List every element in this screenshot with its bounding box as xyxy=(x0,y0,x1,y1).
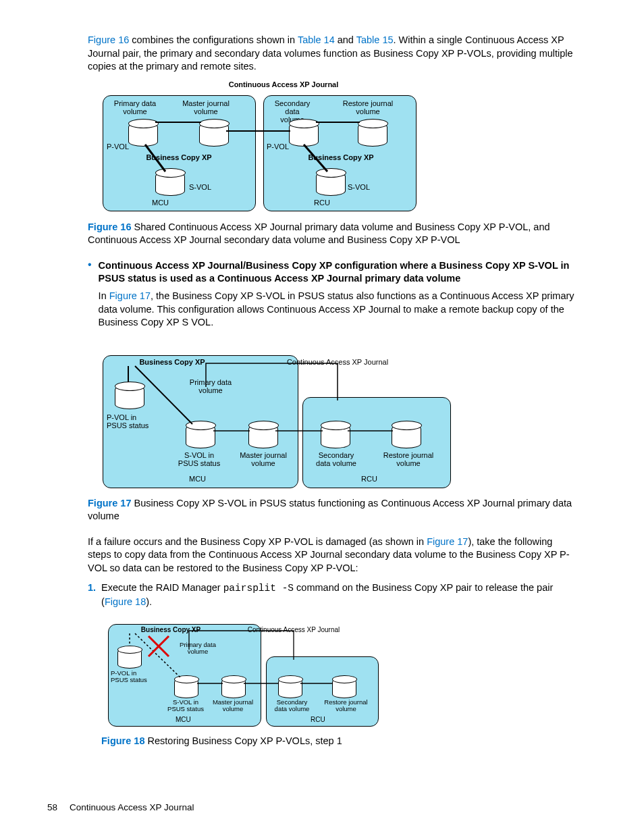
figure-16-diagram: Continuous Access XP Journal Primary dat… xyxy=(88,80,576,215)
link-table-14[interactable]: Table 14 xyxy=(298,34,335,45)
step-1-number: 1. xyxy=(88,581,96,608)
text: In xyxy=(99,290,109,301)
figure-17-text: Business Copy XP S-VOL in PSUS status fu… xyxy=(88,498,572,522)
figure-18-diagram: Business Copy XP Continuous Access XP Jo… xyxy=(88,616,576,729)
figure-17-label: Figure 17 xyxy=(88,498,131,509)
text: , the Business Copy XP S-VOL in PSUS sta… xyxy=(99,290,574,328)
command-pairsplit: pairsplit -S xyxy=(223,583,294,594)
text: combines the configurations shown in xyxy=(129,34,298,45)
figure-17-caption: Figure 17 Business Copy XP S-VOL in PSUS… xyxy=(88,497,576,523)
intro-paragraph: Figure 16 combines the configurations sh… xyxy=(88,34,576,74)
diag3-lines xyxy=(101,616,385,729)
svg-line-10 xyxy=(135,633,181,678)
link-figure-16[interactable]: Figure 16 xyxy=(88,34,129,45)
figure-18-caption: Figure 18 Restoring Business Copy XP P-V… xyxy=(88,735,576,748)
svg-line-4 xyxy=(304,145,327,172)
text: If a failure occurs and the Business Cop… xyxy=(88,536,427,547)
link-figure-18[interactable]: Figure 18 xyxy=(105,596,146,607)
diag1-lines xyxy=(88,80,439,215)
bullet-paragraph: In Figure 17, the Business Copy XP S-VOL… xyxy=(99,290,576,330)
bullet-icon: • xyxy=(88,259,92,336)
figure-16-text: Shared Continuous Access XP Journal prim… xyxy=(88,221,550,246)
step-1: 1. Execute the RAID Manager pairsplit -S… xyxy=(88,581,576,608)
link-figure-17[interactable]: Figure 17 xyxy=(109,290,151,301)
step-1-body: Execute the RAID Manager pairsplit -S co… xyxy=(101,581,576,608)
link-figure-17-b[interactable]: Figure 17 xyxy=(427,536,468,547)
figure-17-diagram: Business Copy XP Continuous Access XP Jo… xyxy=(88,343,576,492)
failure-paragraph: If a failure occurs and the Business Cop… xyxy=(88,536,576,575)
figure-18-label: Figure 18 xyxy=(101,735,144,746)
figure-16-label: Figure 16 xyxy=(88,221,131,232)
bullet-heading: Continuous Access XP Journal/Business Co… xyxy=(99,259,576,286)
bullet-config: • Continuous Access XP Journal/Business … xyxy=(88,259,576,336)
figure-18-text: Restoring Business Copy XP P-VOLs, step … xyxy=(144,735,342,746)
figure-16-caption: Figure 16 Shared Continuous Access XP Jo… xyxy=(88,221,576,247)
text: Execute the RAID Manager xyxy=(101,582,223,593)
text: and xyxy=(335,34,356,45)
svg-line-1 xyxy=(145,145,165,172)
text: ). xyxy=(146,596,152,607)
svg-line-5 xyxy=(135,366,192,424)
diag2-lines xyxy=(88,343,466,492)
link-table-15[interactable]: Table 15 xyxy=(356,34,394,45)
